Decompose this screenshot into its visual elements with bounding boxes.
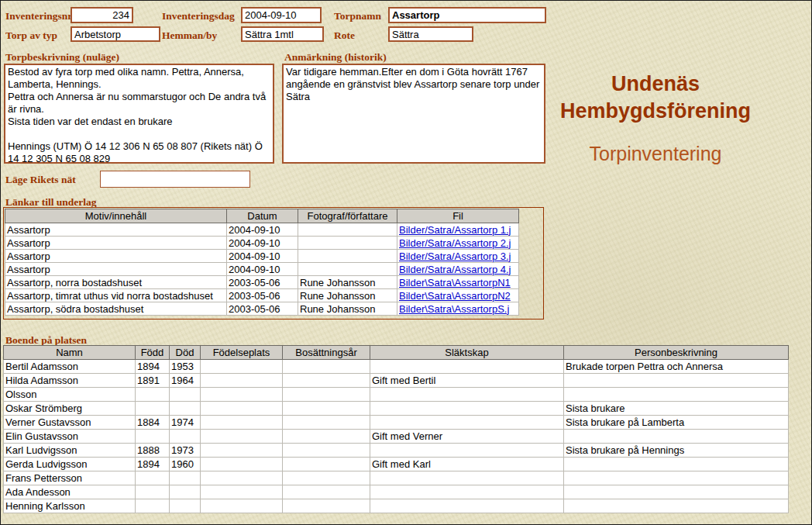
table-cell [170,471,201,485]
table-row: Oskar StrömbergSista brukare [4,402,789,416]
inventeringsdag-field[interactable] [241,7,322,23]
residents-col-slaktskap: Släktskap [370,346,564,360]
table-cell: Henning Karlsson [4,499,136,513]
table-cell: Bilder/Satra/Assartorp 2.j [397,237,519,250]
residents-col-personbeskrivning: Personbeskrivning [564,346,789,360]
table-cell [370,499,564,513]
table-cell: Bilder\Satra\AssartorpS.j [397,302,519,316]
residents-header-row: Namn Född Död Födelseplats Bosättningsår… [4,346,789,360]
torpbeskrivning-textarea[interactable]: Bestod av fyra torp med olika namn. Pett… [4,64,274,164]
table-cell: 1974 [170,416,201,430]
table-cell: Sista brukare på Lamberta [564,416,789,430]
table-cell: Olsson [4,388,136,402]
table-cell: Sista brukare [564,402,789,416]
rote-label: Rote [334,29,355,42]
table-cell [201,458,283,471]
links-header-row: Motiv/innehåll Datum Fotograf/författare… [5,209,519,223]
table-cell [201,485,283,499]
table-cell [564,388,789,402]
table-row: Assartorp2004-09-10Bilder/Satra/Assartor… [5,237,519,250]
table-cell [283,416,370,430]
table-cell [283,471,370,485]
table-cell [136,388,170,402]
table-cell [370,402,564,416]
hemman-by-field[interactable] [241,26,324,42]
torpbeskrivning-label: Torpbeskrivning (nuläge) [5,51,119,64]
table-cell [564,471,789,485]
table-cell: 1891 [136,374,170,388]
table-cell: Assartorp [5,223,227,237]
table-cell: Rune Johansson [298,289,397,302]
torpinventering-page: { "colors": { "label_text": "#993300", "… [0,0,812,525]
rote-field[interactable] [388,26,473,42]
table-cell: 2004-09-10 [227,263,298,276]
table-cell: 1894 [136,360,170,374]
file-link[interactable]: Bilder/Satra/Assartorp 4.j [399,264,511,275]
table-cell [136,430,170,444]
file-link[interactable]: Bilder/Satra/Assartorp 2.j [399,237,511,249]
torpnamn-field[interactable] [388,7,546,23]
file-link[interactable]: Bilder/Satra/Assartorp 3.j [399,250,511,262]
table-cell: 1894 [136,458,170,471]
table-cell: Assartorp [5,237,227,250]
table-cell [370,416,564,430]
links-table-frame: Motiv/innehåll Datum Fotograf/författare… [3,207,544,319]
table-cell: Assartorp, norra bostadshuset [5,276,227,289]
table-cell: Oskar Strömberg [4,402,136,416]
table-cell [136,485,170,499]
table-cell: Elin Gustavsson [4,430,136,444]
table-cell [564,374,789,388]
links-col-motiv: Motiv/innehåll [5,209,227,223]
residents-table: Namn Född Död Födelseplats Bosättningsår… [3,345,789,513]
residents-col-fodelseplats: Födelseplats [201,346,283,360]
table-cell [283,388,370,402]
table-cell: 2003-05-06 [227,302,298,316]
table-cell: Bilder\Satra\AssartorpN1 [397,276,519,289]
table-cell: 2004-09-10 [227,237,298,250]
table-row: Assartorp, timrat uthus vid norra bostad… [5,289,519,302]
table-cell [564,485,789,499]
table-cell: 2004-09-10 [227,223,298,237]
table-cell: Assartorp [5,250,227,263]
table-cell [564,430,789,444]
inventeringsdag-label: Inventeringsdag [162,10,235,22]
table-row: Olsson [4,388,789,402]
table-row: Assartorp2004-09-10Bilder/Satra/Assartor… [5,223,519,237]
table-cell: 1888 [136,444,170,458]
table-cell: Bilder\Satra\AssartorpN2 [397,289,519,302]
table-row: Bertil Adamsson18941953Brukade torpen Pe… [4,360,789,374]
file-link[interactable]: Bilder/Satra/Assartorp 1.j [399,224,511,236]
table-row: Assartorp2004-09-10Bilder/Satra/Assartor… [5,250,519,263]
file-link[interactable]: Bilder\Satra\AssartorpS.j [399,303,509,315]
residents-col-dod: Död [170,346,201,360]
table-cell: 1884 [136,416,170,430]
table-cell [564,458,789,471]
table-row: Hilda Adamsson18911964Gift med Bertil [4,374,789,388]
table-cell: Gift med Verner [370,430,564,444]
table-cell [283,499,370,513]
table-cell: Bilder/Satra/Assartorp 3.j [397,250,519,263]
table-row: Verner Gustavsson18841974Sista brukare p… [4,416,789,430]
inventeringsnr-field[interactable] [71,7,133,23]
lage-rikets-nat-field[interactable] [100,171,250,188]
table-cell [283,485,370,499]
table-cell [136,471,170,485]
table-row: Elin GustavssonGift med Verner [4,430,789,444]
file-link[interactable]: Bilder\Satra\AssartorpN2 [399,290,511,302]
table-cell [201,416,283,430]
branding-block: Undenäs Hembygdsförening Torpinventering [553,71,758,166]
table-cell: Gerda Ludvigsson [4,458,136,471]
torpnamn-label: Torpnamn [334,10,381,22]
org-title-line1: Undenäs [553,71,758,98]
table-cell: Rune Johansson [298,276,397,289]
torp-av-typ-field[interactable] [71,26,160,42]
table-cell [170,485,201,499]
table-row: Assartorp, södra bostadshuset2003-05-06R… [5,302,519,316]
table-cell [201,430,283,444]
anmarkning-textarea[interactable]: Var tidigare hemman.Efter en dom i Göta … [282,64,545,164]
table-cell [283,444,370,458]
table-cell [298,250,397,263]
table-cell: Ada Andesson [4,485,136,499]
file-link[interactable]: Bilder\Satra\AssartorpN1 [399,277,511,288]
table-cell [201,471,283,485]
